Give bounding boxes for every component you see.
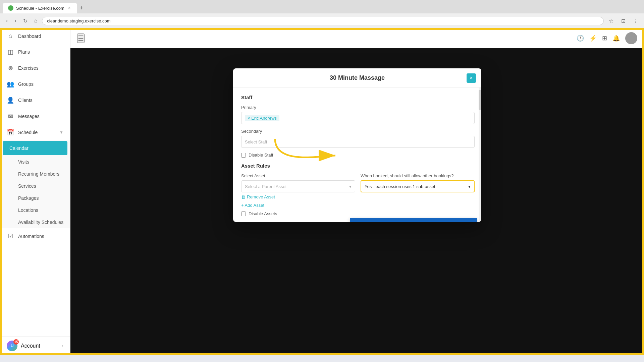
select-asset-field: Select Asset Select a Parent Asset ▾ <box>241 173 355 192</box>
select-asset-label: Select Asset <box>241 173 355 178</box>
clock-icon[interactable]: 🕐 <box>577 35 584 42</box>
sidebar-label-packages: Packages <box>18 195 39 201</box>
add-asset-label: + Add Asset <box>241 203 264 208</box>
sidebar-item-services[interactable]: Services <box>0 180 70 192</box>
address-text: cleandemo.staging.exercise.com <box>47 18 110 23</box>
sidebar-item-schedule[interactable]: 📅 Schedule ▼ <box>0 124 70 140</box>
plans-icon: ◫ <box>7 48 14 56</box>
dashboard-icon: ⌂ <box>7 33 14 40</box>
asset-rules-title: Asset Rules <box>241 163 475 169</box>
sidebar-label-groups: Groups <box>18 81 34 87</box>
tab-close-button[interactable]: × <box>67 6 72 10</box>
scrollbar-thumb[interactable] <box>479 90 481 110</box>
when-booked-value: Yes - each session uses 1 sub-asset <box>365 184 435 189</box>
disable-staff-checkbox[interactable] <box>241 153 246 158</box>
scrollbar-track[interactable] <box>479 87 481 222</box>
remove-asset-link[interactable]: 🗑 Remove Asset <box>241 194 475 199</box>
sidebar-label-clients: Clients <box>18 98 33 103</box>
browser-toolbar: ‹ › ↻ ⌂ cleandemo.staging.exercise.com ☆… <box>0 13 644 28</box>
dropdown-list: Yes - each session uses 1 sub-asset Yes … <box>350 218 477 222</box>
sidebar-item-locations[interactable]: Locations <box>0 204 70 216</box>
sidebar-item-visits[interactable]: Visits <box>0 156 70 168</box>
staff-section: Staff Primary × Eric Andrews <box>241 95 475 158</box>
top-bar: ☰ 🕐 ⚡ ⊞ 🔔 <box>70 28 644 48</box>
staff-tag: × Eric Andrews <box>245 115 279 121</box>
when-booked-field: When booked, should still allow other bo… <box>361 173 475 192</box>
schedule-arrow-icon: ▼ <box>59 130 63 135</box>
dropdown-option-1[interactable]: Yes - each session uses 1 sub-asset <box>350 218 477 222</box>
secondary-staff-input[interactable]: Select Staff <box>241 136 475 148</box>
select-asset-chevron-icon: ▾ <box>349 184 352 189</box>
extensions-button[interactable]: ⊡ <box>619 16 628 25</box>
exercises-icon: ⊛ <box>7 64 14 72</box>
sidebar-item-calendar[interactable]: Calendar <box>3 141 67 155</box>
top-bar-icons: 🕐 ⚡ ⊞ 🔔 <box>577 32 637 44</box>
sidebar-item-groups[interactable]: 👥 Groups <box>0 76 70 92</box>
sidebar-label-recurring-members: Recurring Members <box>18 171 59 177</box>
address-bar[interactable]: cleandemo.staging.exercise.com <box>42 17 604 25</box>
primary-staff-input[interactable]: × Eric Andrews <box>241 112 475 124</box>
sidebar-item-packages[interactable]: Packages <box>0 192 70 204</box>
select-asset-dropdown[interactable]: Select a Parent Asset ▾ <box>241 180 355 192</box>
sidebar-item-recurring-members[interactable]: Recurring Members <box>0 168 70 180</box>
when-booked-label: When booked, should still allow other bo… <box>361 173 475 178</box>
sidebar-label-automations: Automations <box>18 234 44 239</box>
when-booked-dropdown-menu: Yes - each session uses 1 sub-asset Yes … <box>350 218 477 222</box>
primary-staff-field: Primary × Eric Andrews <box>241 105 475 124</box>
bookmark-button[interactable]: ☆ <box>606 16 616 25</box>
browser-toolbar-icons: ☆ ⊡ ⋮ <box>606 16 640 25</box>
sidebar-item-clients[interactable]: 👤 Clients <box>0 92 70 108</box>
avatar: U 15 <box>7 341 17 351</box>
sidebar-label-visits: Visits <box>18 159 29 165</box>
hamburger-button[interactable]: ☰ <box>77 34 85 43</box>
new-tab-button[interactable]: + <box>77 5 86 12</box>
schedule-children: Calendar Visits Recurring Members Servic… <box>0 140 70 228</box>
menu-button[interactable]: ⋮ <box>631 16 640 25</box>
sidebar-item-automations[interactable]: ☑ Automations <box>0 228 70 244</box>
schedule-icon: 📅 <box>7 129 14 136</box>
account-label: Account <box>21 343 40 349</box>
account-badge: 15 <box>13 339 19 345</box>
messages-icon: ✉ <box>7 113 14 120</box>
user-avatar[interactable] <box>625 32 637 44</box>
sidebar-item-plans[interactable]: ◫ Plans <box>0 44 70 60</box>
add-asset-link[interactable]: + Add Asset <box>241 203 475 208</box>
account-arrow-icon: › <box>62 344 63 348</box>
sidebar-label-locations: Locations <box>18 207 38 213</box>
modal-header: 30 Minute Massage × <box>233 68 481 88</box>
primary-label: Primary <box>241 105 475 110</box>
asset-row: Select Asset Select a Parent Asset ▾ Whe… <box>241 173 475 192</box>
sidebar-item-exercises[interactable]: ⊛ Exercises <box>0 60 70 76</box>
sidebar-item-dashboard[interactable]: ⌂ Dashboard <box>0 28 70 44</box>
remove-asset-label: Remove Asset <box>247 194 275 199</box>
disable-assets-row: Disable Assets <box>241 211 475 216</box>
secondary-label: Secondary <box>241 129 475 134</box>
forward-button[interactable]: › <box>12 16 18 25</box>
sidebar-label-exercises: Exercises <box>18 65 39 71</box>
modal-title: 30 Minute Massage <box>330 74 385 81</box>
modal-close-button[interactable]: × <box>467 73 476 83</box>
account-item[interactable]: U 15 Account › <box>0 337 70 355</box>
disable-assets-checkbox[interactable] <box>241 212 246 216</box>
clients-icon: 👤 <box>7 97 14 104</box>
disable-assets-label: Disable Assets <box>249 211 277 216</box>
active-tab[interactable]: Schedule - Exercise.com × <box>3 3 77 13</box>
home-button[interactable]: ⌂ <box>32 16 40 25</box>
secondary-placeholder: Select Staff <box>245 139 267 144</box>
app-container: ⌂ Dashboard ◫ Plans ⊛ Exercises 👥 Groups… <box>0 28 644 355</box>
grid-icon[interactable]: ⊞ <box>602 35 607 42</box>
sidebar-item-messages[interactable]: ✉ Messages <box>0 108 70 124</box>
avatar-initials: U <box>11 344 14 348</box>
sidebar-item-availability[interactable]: Availability Schedules <box>0 216 70 228</box>
bell-icon[interactable]: 🔔 <box>612 35 620 42</box>
back-button[interactable]: ‹ <box>4 16 10 25</box>
sidebar-label-availability: Availability Schedules <box>18 220 63 225</box>
tab-label: Schedule - Exercise.com <box>16 6 64 11</box>
modal-body: Staff Primary × Eric Andrews <box>233 88 481 222</box>
reload-button[interactable]: ↻ <box>21 16 30 25</box>
tab-bar: Schedule - Exercise.com × + <box>0 0 644 13</box>
sidebar-label-calendar: Calendar <box>9 145 29 151</box>
when-booked-dropdown[interactable]: Yes - each session uses 1 sub-asset ▾ <box>361 180 475 192</box>
lightning-icon[interactable]: ⚡ <box>589 35 597 42</box>
automations-icon: ☑ <box>7 233 14 240</box>
